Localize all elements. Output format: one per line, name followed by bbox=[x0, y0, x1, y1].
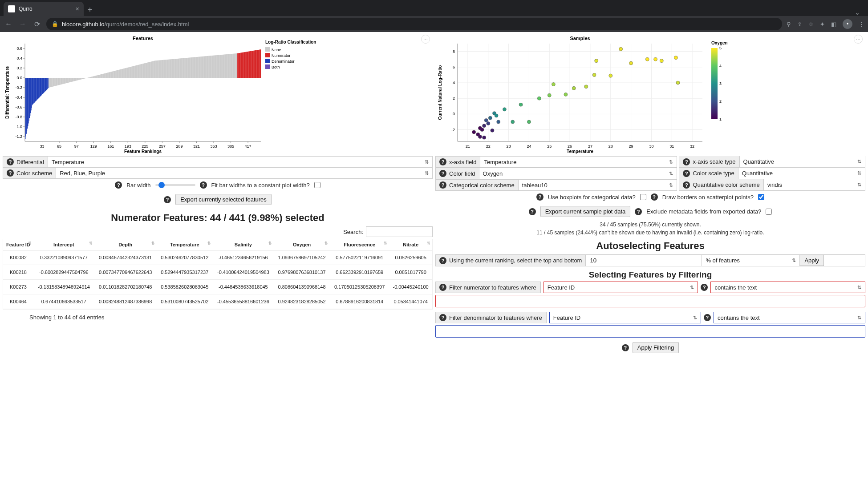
table-header[interactable]: Fluorescence⇅ bbox=[330, 239, 389, 250]
autoselect-unit-select[interactable]: % of features bbox=[702, 255, 799, 266]
svg-point-560 bbox=[537, 97, 541, 100]
table-header[interactable]: Salinity⇅ bbox=[213, 239, 274, 250]
exclude-checkbox[interactable] bbox=[766, 209, 772, 215]
help-icon[interactable]: ? bbox=[439, 257, 446, 264]
color-scheme-select[interactable]: Red, Blue, Purple bbox=[56, 168, 432, 178]
bar-width-slider[interactable] bbox=[155, 184, 195, 186]
fit-widths-checkbox[interactable] bbox=[314, 182, 320, 188]
svg-text:-0.8: -0.8 bbox=[15, 115, 22, 119]
share-icon[interactable]: ⇪ bbox=[797, 21, 802, 28]
help-icon[interactable]: ? bbox=[683, 170, 690, 177]
plot-menu-icon[interactable]: ⋯ bbox=[854, 35, 863, 44]
close-tab-icon[interactable]: × bbox=[76, 5, 79, 12]
num-filter-field-select[interactable]: Feature ID bbox=[544, 282, 698, 293]
help-icon[interactable]: ? bbox=[115, 181, 122, 189]
help-icon[interactable]: ? bbox=[701, 284, 708, 291]
chrome-menu-icon[interactable]: ⋮ bbox=[859, 21, 864, 28]
table-header[interactable]: Depth⇅ bbox=[94, 239, 157, 250]
xscale-select[interactable]: Quantitative bbox=[740, 156, 865, 167]
color-scale-select[interactable]: Quantitative bbox=[738, 168, 865, 179]
boxplot-checkbox[interactable] bbox=[640, 194, 646, 200]
color-scheme-label: Color scheme bbox=[16, 170, 52, 177]
svg-text:193: 193 bbox=[125, 144, 131, 149]
svg-point-563 bbox=[564, 93, 568, 96]
svg-rect-489 bbox=[260, 49, 261, 78]
help-icon[interactable]: ? bbox=[200, 181, 207, 189]
help-icon[interactable]: ? bbox=[683, 181, 690, 189]
forward-button[interactable]: → bbox=[18, 20, 28, 28]
svg-text:-0.4: -0.4 bbox=[15, 95, 22, 100]
address-bar[interactable]: 🔒 biocore.github.io/qurro/demos/red_sea/… bbox=[46, 18, 782, 30]
back-button[interactable]: ← bbox=[4, 20, 13, 28]
help-icon[interactable]: ? bbox=[439, 170, 446, 177]
table-header[interactable]: Temperature⇅ bbox=[157, 239, 213, 250]
autoselect-apply-button[interactable]: Apply bbox=[799, 255, 824, 266]
bar-width-label: Bar width bbox=[126, 182, 150, 189]
help-icon[interactable]: ? bbox=[635, 208, 642, 215]
help-icon[interactable]: ? bbox=[164, 196, 171, 203]
side-panel-icon[interactable]: ◧ bbox=[831, 21, 836, 28]
help-icon[interactable]: ? bbox=[439, 314, 446, 321]
svg-text:22: 22 bbox=[486, 144, 491, 149]
help-icon[interactable]: ? bbox=[651, 193, 658, 201]
reload-button[interactable]: ⟳ bbox=[32, 20, 42, 28]
table-header[interactable]: Nitrate⇅ bbox=[389, 239, 432, 250]
svg-rect-499 bbox=[265, 64, 270, 69]
svg-point-542 bbox=[472, 130, 476, 134]
svg-point-562 bbox=[552, 83, 555, 86]
table-header[interactable]: Feature ID⇅ bbox=[3, 239, 33, 250]
tabs-menu-icon[interactable]: ⌄ bbox=[850, 9, 864, 16]
svg-point-564 bbox=[572, 86, 576, 90]
rank-plot: ⋯ Features0.60.40.20.0-0.2-0.4-0.6-0.8-1… bbox=[3, 35, 433, 156]
browser-tab[interactable]: Qurro × bbox=[4, 2, 84, 16]
xfield-select[interactable]: Temperature bbox=[480, 157, 677, 167]
num-filter-op-select[interactable]: contains the text bbox=[710, 282, 865, 293]
svg-point-573 bbox=[660, 59, 663, 63]
svg-point-549 bbox=[484, 118, 488, 122]
svg-point-544 bbox=[478, 135, 482, 138]
exclude-label: Exclude metadata fields from exported da… bbox=[646, 208, 761, 215]
borders-label: Draw borders on scatterplot points? bbox=[662, 194, 754, 201]
apply-filtering-button[interactable]: Apply Filtering bbox=[633, 342, 679, 353]
autoselect-value-input[interactable] bbox=[586, 255, 702, 266]
invalid-status: 11 / 45 samples (24.44%) can't be shown … bbox=[435, 229, 865, 236]
help-icon[interactable]: ? bbox=[7, 158, 14, 165]
help-icon[interactable]: ? bbox=[622, 344, 629, 351]
den-filter-field-select[interactable]: Feature ID bbox=[549, 312, 701, 323]
help-icon[interactable]: ? bbox=[439, 158, 446, 165]
svg-text:129: 129 bbox=[90, 144, 97, 149]
help-icon[interactable]: ? bbox=[439, 181, 446, 189]
num-filter-text-input[interactable] bbox=[435, 295, 865, 307]
help-icon[interactable]: ? bbox=[536, 193, 544, 201]
help-icon[interactable]: ? bbox=[704, 314, 711, 321]
table-header[interactable]: Intercept⇅ bbox=[33, 239, 94, 250]
table-search-input[interactable] bbox=[366, 226, 433, 237]
svg-point-559 bbox=[527, 120, 531, 124]
search-icon[interactable]: ⚲ bbox=[787, 21, 791, 28]
export-features-button[interactable]: Export currently selected features bbox=[175, 194, 272, 205]
svg-text:2: 2 bbox=[719, 99, 722, 104]
svg-text:32: 32 bbox=[690, 144, 694, 149]
differential-select[interactable]: Temperature bbox=[48, 157, 432, 167]
browser-toolbar: ← → ⟳ 🔒 biocore.github.io/qurro/demos/re… bbox=[0, 16, 868, 32]
extensions-icon[interactable]: ✦ bbox=[820, 21, 825, 28]
plot-menu-icon[interactable]: ⋯ bbox=[421, 35, 430, 44]
xfield-label: x-axis field bbox=[449, 159, 476, 165]
profile-avatar[interactable]: • bbox=[843, 19, 852, 29]
den-filter-op-select[interactable]: contains the text bbox=[714, 312, 865, 323]
help-icon[interactable]: ? bbox=[529, 208, 536, 215]
help-icon[interactable]: ? bbox=[439, 284, 446, 291]
color-field-select[interactable]: Oxygen bbox=[479, 168, 677, 179]
export-sample-button[interactable]: Export current sample plot data bbox=[540, 206, 631, 217]
catcolor-select[interactable]: tableau10 bbox=[519, 180, 677, 190]
svg-point-568 bbox=[609, 74, 612, 77]
help-icon[interactable]: ? bbox=[7, 169, 14, 177]
table-header[interactable]: Oxygen⇅ bbox=[274, 239, 330, 250]
borders-checkbox[interactable] bbox=[758, 194, 764, 200]
new-tab-button[interactable]: + bbox=[84, 4, 96, 16]
quantcolor-select[interactable]: viridis bbox=[764, 179, 865, 190]
help-icon[interactable]: ? bbox=[683, 158, 690, 165]
den-filter-text-input[interactable] bbox=[435, 325, 865, 338]
svg-text:2: 2 bbox=[453, 96, 455, 101]
bookmark-icon[interactable]: ☆ bbox=[808, 21, 814, 28]
